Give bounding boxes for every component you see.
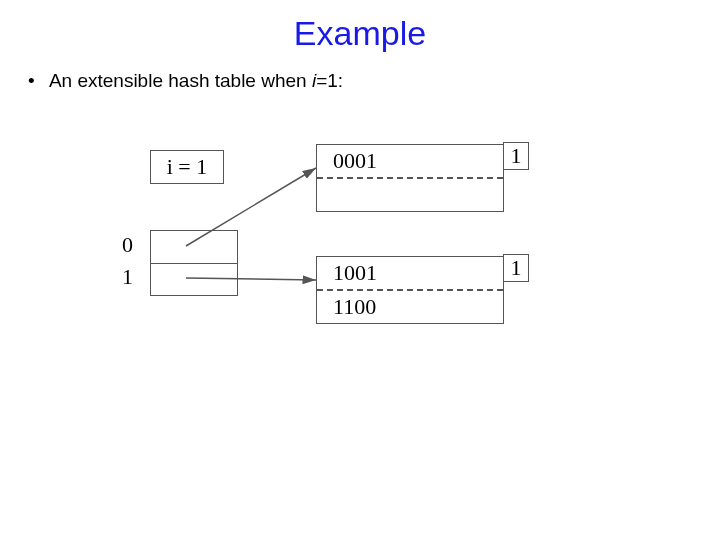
bullet-line: • An extensible hash table when i=1:	[28, 70, 343, 92]
directory-label-1: 1	[122, 264, 133, 290]
bucket-a-row-0: 0001	[317, 145, 503, 177]
bucket-a: 0001	[316, 144, 504, 212]
bucket-b: 1001 1100	[316, 256, 504, 324]
directory-row-0	[151, 231, 237, 264]
directory-table	[150, 230, 238, 296]
slide-title: Example	[0, 14, 720, 53]
slide: Example • An extensible hash table when …	[0, 0, 720, 540]
bucket-b-nub: 1	[503, 254, 529, 282]
bucket-a-nub: 1	[503, 142, 529, 170]
bucket-a-row-1	[317, 177, 503, 211]
directory-label-0: 0	[122, 232, 133, 258]
bucket-b-row-0: 1001	[317, 257, 503, 289]
bullet-text-1: An extensible hash table when	[49, 70, 312, 91]
i-box: i = 1	[150, 150, 224, 184]
diagram: i = 1 0 1 0001 1 1001 1100 1	[0, 130, 720, 490]
bullet-dot: •	[28, 70, 35, 91]
bullet-text-2: =1:	[316, 70, 343, 91]
directory-row-1	[151, 264, 237, 296]
bucket-b-row-1: 1100	[317, 289, 503, 323]
